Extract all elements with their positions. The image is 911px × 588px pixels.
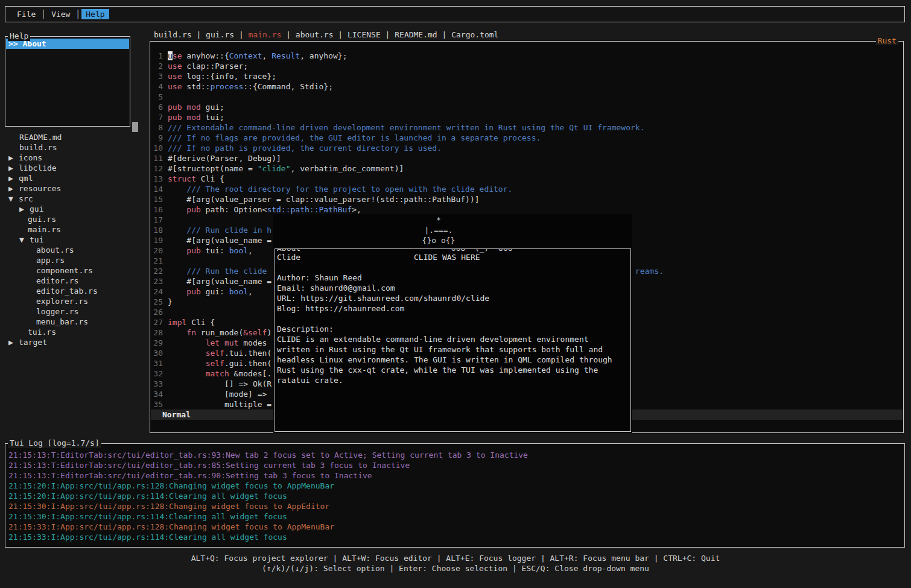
explorer-item-label: icons [19,153,42,162]
chevron-right-icon[interactable]: ▶ [8,163,19,173]
explorer-item-gui[interactable]: ▶gui [5,204,147,214]
line-number: 21 [153,256,163,266]
explorer-item-menu_bar.rs[interactable]: menu_bar.rs [5,317,147,327]
line-number: 19 [153,235,163,245]
explorer-item-label: logger.rs [36,307,78,316]
log-entry: 21:15:13:T:EditorTab:src/tui/editor_tab.… [8,450,904,460]
explorer-item-app.rs[interactable]: app.rs [5,255,147,265]
explorer-item-logger.rs[interactable]: logger.rs [5,306,147,317]
code-token: use [168,62,182,71]
hotkey-line-2: (↑/k)/(↓/j): Select option | Enter: Choo… [0,563,911,574]
explorer-item-build.rs[interactable]: build.rs [5,142,147,153]
text-cursor: u [168,51,173,60]
explorer-item-explorer.rs[interactable]: explorer.rs [5,296,147,306]
code-token: pub [168,246,201,255]
chevron-right-icon[interactable]: ▶ [8,183,19,194]
explorer-item-component.rs[interactable]: component.rs [5,265,147,276]
line-number: 3 [153,71,163,81]
explorer-item-src[interactable]: ▼src [5,194,147,204]
chevron-right-icon[interactable]: ▶ [8,153,19,163]
line-number: 18 [153,225,163,235]
explorer-item-README.md[interactable]: README.md [5,132,147,142]
tab-gui.rs[interactable]: gui.rs [206,30,234,39]
menu-item-file[interactable]: File [13,9,40,19]
hotkey-line-1: ALT+Q: Focus project explorer | ALT+W: F… [0,553,911,563]
line-number: 11 [153,153,163,163]
code-token: , [262,51,272,60]
code-token: bool [229,246,248,255]
tab-main.rs[interactable]: main.rs [249,30,282,39]
log-entry: 21:15:20:I:App:src/tui/app.rs:114:Cleari… [8,491,904,501]
explorer-item-editor_tab.rs[interactable]: editor_tab.rs [5,286,147,296]
explorer-item-label: src [19,194,33,203]
code-token: #[derive(Parser, Debug)] [168,154,281,163]
explorer-item-target[interactable]: ▶target [5,337,147,347]
explorer-item-libclide[interactable]: ▶libclide [5,163,147,173]
explorer-item-gui.rs[interactable]: gui.rs [5,214,147,224]
code-token: /// Run clide in h [168,226,271,235]
log-entry: 21:15:33:I:App:src/tui/app.rs:128:Changi… [8,522,904,532]
explorer-item-qml[interactable]: ▶qml [5,173,147,183]
tab-Cargo.toml[interactable]: Cargo.toml [451,30,498,39]
line-number: 2 [153,61,163,71]
help-dropdown-title: Help [8,31,30,41]
code-token: tui: [201,246,229,255]
code-line-1: 1use anyhow::{Context, Result, anyhow}; [153,51,903,61]
code-token: gui; [201,103,224,112]
line-number: 22 [153,266,163,276]
log-entry: 21:15:33:I:App:src/tui/app.rs:114:Cleari… [8,532,904,542]
explorer-item-main.rs[interactable]: main.rs [5,224,147,235]
menu-item-view[interactable]: View [47,9,74,19]
line-number: 16 [153,204,163,215]
explorer-item-label: qml [19,174,33,183]
tab-separator: | [281,30,295,39]
code-token: /// Extendable command-line driven devel… [168,123,645,132]
code-token: modes [238,338,267,347]
tui-log-panel[interactable]: Tui Log [log=1.7/s] 21:15:13:T:EditorTab… [5,443,905,548]
code-token: , [248,287,253,296]
line-number: 9 [153,133,163,143]
line-number: 10 [153,143,163,153]
explorer-item-about.rs[interactable]: about.rs [5,245,147,255]
tab-about.rs[interactable]: about.rs [296,30,334,39]
explorer-item-resources[interactable]: ▶resources [5,183,147,194]
code-token [168,349,206,358]
code-token: #[structopt(name = [168,164,258,173]
code-token [168,359,206,368]
explorer-item-label: about.rs [36,245,74,254]
explorer-item-label: tui [30,235,43,244]
code-token [168,369,206,378]
line-number: 20 [153,245,163,256]
code-line-5: 5 [153,92,903,102]
explorer-scrollbar-thumb[interactable] [132,122,138,132]
explorer-item-editor.rs[interactable]: editor.rs [5,276,147,286]
explorer-item-tui[interactable]: ▼tui [5,235,147,245]
tab-README.md[interactable]: README.md [395,30,437,39]
code-line-13: 13struct Cli { [153,174,903,184]
line-number: 31 [153,358,163,368]
code-token: gui: [201,287,229,296]
code-token: pub mod [168,113,201,122]
code-token: tui; [201,113,224,122]
chevron-right-icon[interactable]: ▶ [8,337,19,347]
line-number: 29 [153,338,163,348]
tab-LICENSE[interactable]: LICENSE [348,30,381,39]
code-token: /// If no path is provided, the current … [168,144,442,153]
explorer-item-label: main.rs [28,225,61,234]
explorer-item-icons[interactable]: ▶icons [5,153,147,163]
code-token: let mut [206,338,239,347]
chevron-down-icon[interactable]: ▼ [8,194,19,204]
tab-build.rs[interactable]: build.rs [154,30,192,39]
chevron-down-icon[interactable]: ▼ [19,235,30,245]
chevron-right-icon[interactable]: ▶ [19,204,30,214]
code-token: } [168,297,173,306]
chevron-right-icon[interactable]: ▶ [8,173,19,183]
explorer-item-tui.rs[interactable]: tui.rs [5,327,147,337]
line-number: 30 [153,348,163,358]
menu-item-help[interactable]: Help [81,9,109,19]
code-line-6: 6pub mod gui; [153,102,903,112]
help-dropdown-menu: Help >> About [5,36,130,127]
line-number: 25 [153,297,163,307]
about-popup: * |.===. {}o o{} About -ooO--(_)--Ooo- C… [273,214,632,433]
line-number: 4 [153,81,163,92]
